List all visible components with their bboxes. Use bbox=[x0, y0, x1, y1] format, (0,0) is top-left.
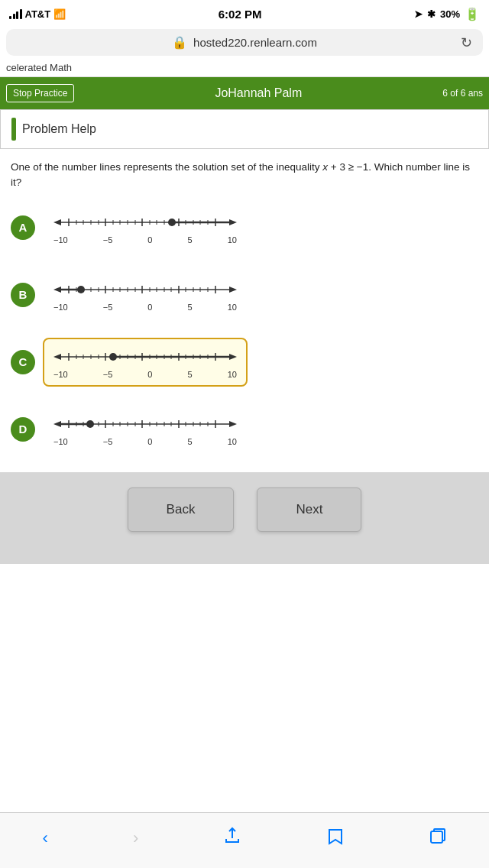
stop-practice-button[interactable]: Stop Practice bbox=[6, 84, 74, 102]
svg-marker-2 bbox=[53, 219, 61, 225]
option-letter-c: C bbox=[11, 350, 35, 374]
number-line-d[interactable]: −10−50510 bbox=[43, 405, 248, 454]
back-button[interactable]: Back bbox=[128, 487, 235, 532]
browser-url: hosted220.renlearn.com bbox=[193, 36, 317, 49]
svg-marker-79 bbox=[229, 421, 237, 427]
status-bar: AT&T 📶 6:02 PM ➤ ✱ 30% 🔋 bbox=[0, 0, 489, 28]
number-line-b[interactable]: −10−50510 bbox=[43, 270, 248, 319]
option-letter-b: B bbox=[11, 283, 35, 307]
battery-label: 30% bbox=[440, 8, 460, 20]
number-line-b-labels: −10−50510 bbox=[53, 303, 237, 312]
number-line-d-labels: −10−50510 bbox=[53, 437, 237, 446]
question-text: One of the number lines represents the s… bbox=[11, 160, 478, 191]
status-left: AT&T 📶 bbox=[9, 8, 66, 20]
next-button[interactable]: Next bbox=[257, 487, 361, 532]
svg-marker-53 bbox=[229, 354, 237, 360]
option-b[interactable]: B bbox=[11, 270, 478, 319]
problem-help-bar: Problem Help bbox=[0, 109, 489, 149]
number-line-c[interactable]: −10−50510 bbox=[43, 338, 248, 387]
svg-marker-80 bbox=[53, 421, 61, 427]
svg-marker-1 bbox=[229, 219, 237, 225]
svg-marker-27 bbox=[229, 287, 237, 293]
app-title-bar: celerated Math bbox=[0, 59, 489, 77]
option-d[interactable]: D bbox=[11, 405, 478, 454]
option-a[interactable]: A bbox=[11, 203, 478, 252]
browser-bar[interactable]: 🔒 hosted220.renlearn.com ↻ bbox=[6, 29, 483, 56]
battery-icon: 🔋 bbox=[465, 7, 480, 21]
carrier-label: AT&T bbox=[25, 8, 51, 20]
svg-marker-54 bbox=[53, 354, 61, 360]
svg-marker-28 bbox=[53, 287, 61, 293]
wifi-icon: 📶 bbox=[53, 8, 66, 20]
option-c[interactable]: C bbox=[11, 338, 478, 387]
bluetooth-icon: ✱ bbox=[427, 8, 436, 20]
number-line-c-labels: −10−50510 bbox=[53, 370, 237, 379]
nav-bar: Stop Practice JoHannah Palm 6 of 6 ans bbox=[0, 77, 489, 109]
help-indicator bbox=[11, 118, 16, 141]
location-icon: ➤ bbox=[414, 8, 423, 20]
status-right: ➤ ✱ 30% 🔋 bbox=[414, 7, 480, 21]
app-title: celerated Math bbox=[6, 62, 72, 73]
number-line-a-labels: −10−50510 bbox=[53, 235, 237, 245]
user-name-label: JoHannah Palm bbox=[215, 86, 302, 100]
number-line-a[interactable]: −10−50510 bbox=[43, 203, 248, 252]
problem-help-label: Problem Help bbox=[22, 122, 96, 136]
bottom-action-area: Back Next bbox=[0, 472, 489, 564]
reload-button[interactable]: ↻ bbox=[461, 34, 472, 51]
signal-bars-icon bbox=[9, 9, 22, 19]
lock-icon: 🔒 bbox=[172, 35, 187, 50]
question-area: One of the number lines represents the s… bbox=[0, 149, 489, 454]
option-letter-d: D bbox=[11, 417, 35, 442]
option-letter-a: A bbox=[11, 215, 35, 240]
score-label: 6 of 6 ans bbox=[442, 88, 483, 99]
time-label: 6:02 PM bbox=[219, 8, 262, 21]
